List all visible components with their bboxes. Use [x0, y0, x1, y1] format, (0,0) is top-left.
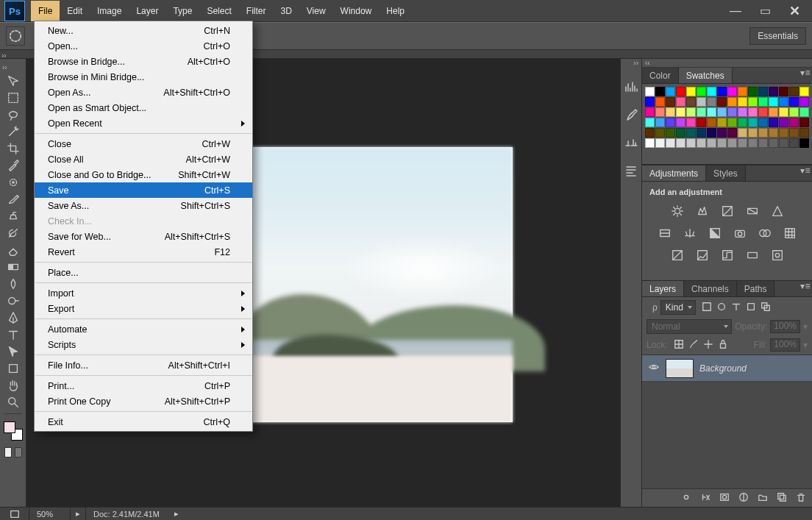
panel-menu-icon[interactable]: ▾≡ — [799, 281, 812, 296]
photo-filter-icon[interactable] — [733, 226, 747, 241]
swatch[interactable] — [769, 97, 778, 107]
swatch[interactable] — [758, 138, 768, 148]
link-layers-icon[interactable] — [681, 492, 691, 505]
filter-kind-select[interactable]: Kind — [660, 300, 696, 315]
swatch[interactable] — [686, 128, 696, 138]
menu-item-save-as[interactable]: Save As...Shift+Ctrl+S — [35, 198, 252, 213]
magic-wand-tool[interactable] — [4, 124, 22, 140]
swatch[interactable] — [697, 97, 706, 107]
layer-thumbnail[interactable] — [666, 359, 694, 378]
visibility-icon[interactable] — [648, 361, 660, 375]
swatch[interactable] — [727, 107, 737, 117]
swatch[interactable] — [727, 97, 737, 107]
menu-layer[interactable]: Layer — [129, 1, 165, 21]
menu-item-import[interactable]: Import — [35, 285, 252, 301]
toolbox-chevron[interactable]: ›› — [0, 62, 26, 72]
eyedropper-tool[interactable] — [4, 157, 22, 174]
filter-smart-icon[interactable] — [761, 302, 771, 314]
status-expand-icon[interactable]: ▸ — [71, 507, 86, 520]
status-icon[interactable] — [0, 507, 29, 520]
channels-tab[interactable]: Channels — [684, 281, 737, 296]
tool-preset-icon[interactable] — [6, 26, 25, 46]
swatch[interactable] — [799, 138, 809, 148]
curves-icon[interactable] — [720, 204, 735, 218]
swatch[interactable] — [769, 87, 778, 96]
swatch[interactable] — [758, 87, 768, 96]
status-chevron-icon[interactable]: ▸ — [167, 507, 186, 520]
color-lookup-icon[interactable] — [783, 226, 797, 241]
foreground-background-swatches[interactable] — [4, 421, 23, 441]
spot-healing-tool[interactable] — [4, 174, 22, 190]
layer-name[interactable]: Background — [699, 363, 747, 374]
menu-item-open[interactable]: Open...Ctrl+O — [35, 38, 252, 54]
menu-item-export[interactable]: Export — [35, 301, 252, 316]
swatch[interactable] — [666, 128, 675, 138]
menu-3d[interactable]: 3D — [273, 1, 299, 21]
swatch[interactable] — [738, 118, 747, 127]
swatch[interactable] — [655, 128, 665, 138]
new-group-icon[interactable] — [758, 492, 768, 505]
swatch[interactable] — [655, 107, 665, 117]
menu-filter[interactable]: Filter — [239, 1, 274, 21]
swatch[interactable] — [666, 118, 675, 127]
filter-adjust-icon[interactable] — [716, 302, 727, 314]
swatch[interactable] — [645, 128, 655, 138]
blur-tool[interactable] — [4, 276, 22, 292]
menu-type[interactable]: Type — [165, 1, 199, 21]
workspace-essentials-button[interactable]: Essentials — [749, 27, 806, 45]
posterize-icon[interactable] — [695, 248, 710, 263]
delete-layer-icon[interactable] — [796, 492, 806, 505]
brush-presets-icon[interactable] — [621, 104, 641, 125]
swatch[interactable] — [666, 87, 675, 96]
swatch[interactable] — [686, 87, 696, 96]
swatch[interactable] — [645, 87, 655, 96]
swatch[interactable] — [779, 128, 788, 138]
swatch[interactable] — [738, 107, 747, 117]
shape-tool[interactable] — [4, 360, 22, 377]
swatch[interactable] — [738, 128, 747, 138]
swatch[interactable] — [789, 138, 799, 148]
swatch[interactable] — [727, 128, 737, 138]
menu-file[interactable]: File — [31, 1, 60, 21]
channel-mixer-icon[interactable] — [758, 226, 772, 241]
swatch[interactable] — [707, 107, 716, 117]
swatch[interactable] — [799, 97, 809, 107]
invert-icon[interactable] — [670, 248, 685, 263]
zoom-level[interactable]: 50% — [29, 507, 71, 520]
swatch[interactable] — [717, 138, 727, 148]
zoom-tool[interactable] — [4, 394, 22, 410]
menu-item-revert[interactable]: RevertF12 — [35, 244, 252, 260]
swatch[interactable] — [769, 118, 778, 127]
menu-item-automate[interactable]: Automate — [35, 321, 252, 337]
selective-color-icon[interactable] — [770, 248, 785, 263]
swatch[interactable] — [779, 97, 788, 107]
doc-size-label[interactable]: Doc: 2.41M/2.41M — [86, 507, 167, 520]
menu-item-exit[interactable]: ExitCtrl+Q — [35, 414, 252, 430]
swatch[interactable] — [727, 87, 737, 96]
path-selection-tool[interactable] — [4, 343, 22, 360]
swatch[interactable] — [748, 138, 758, 148]
menu-item-print-one-copy[interactable]: Print One CopyAlt+Shift+Ctrl+P — [35, 393, 252, 409]
clone-stamp-tool[interactable] — [4, 208, 22, 224]
swatch[interactable] — [748, 107, 758, 117]
menu-item-browse-in-bridge[interactable]: Browse in Bridge...Alt+Ctrl+O — [35, 54, 252, 69]
swatch[interactable] — [707, 97, 716, 107]
gradient-map-icon[interactable] — [745, 248, 760, 263]
swatch[interactable] — [697, 138, 706, 148]
menu-help[interactable]: Help — [379, 1, 412, 21]
menu-window[interactable]: Window — [333, 1, 380, 21]
swatch[interactable] — [676, 87, 685, 96]
menu-item-new[interactable]: New...Ctrl+N — [35, 23, 252, 38]
swatch[interactable] — [686, 118, 696, 127]
swatch[interactable] — [645, 138, 655, 148]
color-tab[interactable]: Color — [642, 68, 679, 83]
swatch[interactable] — [655, 118, 665, 127]
layers-tab[interactable]: Layers — [642, 281, 684, 296]
swatch[interactable] — [676, 138, 685, 148]
swatch[interactable] — [686, 97, 696, 107]
layer-row-background[interactable]: Background — [642, 355, 812, 382]
filter-pixel-icon[interactable] — [702, 302, 712, 314]
swatch[interactable] — [748, 97, 758, 107]
swatch[interactable] — [645, 118, 655, 127]
brightness-icon[interactable] — [670, 204, 685, 218]
